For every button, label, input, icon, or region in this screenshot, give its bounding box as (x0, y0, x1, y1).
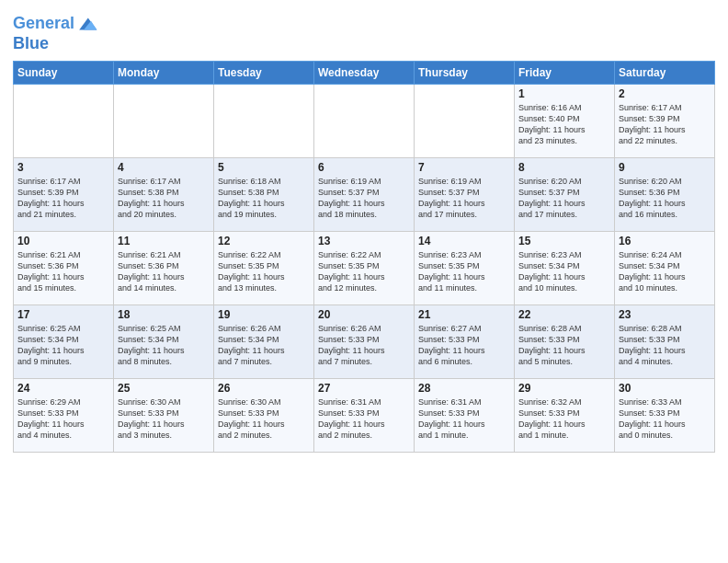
calendar-day-23: 23Sunrise: 6:28 AM Sunset: 5:33 PM Dayli… (615, 304, 715, 378)
calendar-day-11: 11Sunrise: 6:21 AM Sunset: 5:36 PM Dayli… (114, 231, 214, 304)
day-info: Sunrise: 6:29 AM Sunset: 5:33 PM Dayligh… (17, 396, 109, 442)
calendar-day-4: 4Sunrise: 6:17 AM Sunset: 5:38 PM Daylig… (114, 157, 214, 231)
day-info: Sunrise: 6:26 AM Sunset: 5:34 PM Dayligh… (218, 323, 310, 368)
day-number: 4 (118, 161, 210, 174)
day-info: Sunrise: 6:20 AM Sunset: 5:37 PM Dayligh… (518, 176, 610, 221)
day-info: Sunrise: 6:26 AM Sunset: 5:33 PM Dayligh… (318, 323, 410, 368)
day-info: Sunrise: 6:17 AM Sunset: 5:39 PM Dayligh… (619, 102, 711, 147)
calendar-day-17: 17Sunrise: 6:25 AM Sunset: 5:34 PM Dayli… (14, 304, 114, 378)
day-info: Sunrise: 6:28 AM Sunset: 5:33 PM Dayligh… (518, 323, 610, 368)
day-number: 30 (619, 382, 711, 395)
day-number: 27 (318, 382, 410, 395)
day-info: Sunrise: 6:16 AM Sunset: 5:40 PM Dayligh… (518, 102, 610, 147)
day-info: Sunrise: 6:33 AM Sunset: 5:33 PM Dayligh… (619, 396, 711, 442)
day-info: Sunrise: 6:24 AM Sunset: 5:34 PM Dayligh… (619, 249, 711, 294)
calendar-day-29: 29Sunrise: 6:32 AM Sunset: 5:33 PM Dayli… (515, 378, 615, 452)
calendar-day-28: 28Sunrise: 6:31 AM Sunset: 5:33 PM Dayli… (415, 378, 515, 452)
header: General Blue (13, 9, 715, 53)
calendar-day-empty (14, 84, 114, 157)
calendar-day-5: 5Sunrise: 6:18 AM Sunset: 5:38 PM Daylig… (214, 157, 314, 231)
calendar-day-25: 25Sunrise: 6:30 AM Sunset: 5:33 PM Dayli… (114, 378, 214, 452)
calendar-table: SundayMondayTuesdayWednesdayThursdayFrid… (13, 61, 715, 453)
calendar-day-3: 3Sunrise: 6:17 AM Sunset: 5:39 PM Daylig… (14, 157, 114, 231)
day-info: Sunrise: 6:23 AM Sunset: 5:34 PM Dayligh… (518, 249, 610, 294)
day-info: Sunrise: 6:21 AM Sunset: 5:36 PM Dayligh… (17, 249, 109, 294)
calendar-day-15: 15Sunrise: 6:23 AM Sunset: 5:34 PM Dayli… (515, 231, 615, 304)
logo-text-blue: Blue (13, 35, 98, 53)
day-number: 3 (17, 161, 109, 174)
weekday-header-saturday: Saturday (615, 61, 715, 84)
day-number: 17 (17, 308, 109, 321)
calendar-day-empty (114, 84, 214, 157)
day-number: 20 (318, 308, 410, 321)
calendar-week-row: 10Sunrise: 6:21 AM Sunset: 5:36 PM Dayli… (14, 231, 715, 304)
calendar-day-22: 22Sunrise: 6:28 AM Sunset: 5:33 PM Dayli… (515, 304, 615, 378)
calendar-day-empty (214, 84, 314, 157)
calendar-day-24: 24Sunrise: 6:29 AM Sunset: 5:33 PM Dayli… (14, 378, 114, 452)
calendar-day-8: 8Sunrise: 6:20 AM Sunset: 5:37 PM Daylig… (515, 157, 615, 231)
calendar-day-empty (314, 84, 415, 157)
calendar-week-row: 1Sunrise: 6:16 AM Sunset: 5:40 PM Daylig… (14, 84, 715, 157)
calendar-day-7: 7Sunrise: 6:19 AM Sunset: 5:37 PM Daylig… (415, 157, 515, 231)
day-number: 23 (619, 308, 711, 321)
logo: General Blue (13, 13, 98, 53)
calendar-day-30: 30Sunrise: 6:33 AM Sunset: 5:33 PM Dayli… (615, 378, 715, 452)
day-info: Sunrise: 6:27 AM Sunset: 5:33 PM Dayligh… (418, 323, 510, 368)
calendar-day-21: 21Sunrise: 6:27 AM Sunset: 5:33 PM Dayli… (415, 304, 515, 378)
calendar-day-9: 9Sunrise: 6:20 AM Sunset: 5:36 PM Daylig… (615, 157, 715, 231)
weekday-header-sunday: Sunday (14, 61, 114, 84)
day-number: 25 (118, 382, 210, 395)
weekday-header-thursday: Thursday (415, 61, 515, 84)
calendar-day-empty (415, 84, 515, 157)
day-number: 10 (17, 235, 109, 247)
day-info: Sunrise: 6:22 AM Sunset: 5:35 PM Dayligh… (218, 249, 310, 294)
calendar-day-20: 20Sunrise: 6:26 AM Sunset: 5:33 PM Dayli… (314, 304, 415, 378)
calendar-day-6: 6Sunrise: 6:19 AM Sunset: 5:37 PM Daylig… (314, 157, 415, 231)
day-number: 28 (418, 382, 510, 395)
day-number: 1 (518, 87, 610, 100)
day-info: Sunrise: 6:17 AM Sunset: 5:38 PM Dayligh… (118, 176, 210, 221)
calendar-day-10: 10Sunrise: 6:21 AM Sunset: 5:36 PM Dayli… (14, 231, 114, 304)
day-number: 29 (518, 382, 610, 395)
calendar-day-27: 27Sunrise: 6:31 AM Sunset: 5:33 PM Dayli… (314, 378, 415, 452)
day-info: Sunrise: 6:17 AM Sunset: 5:39 PM Dayligh… (17, 176, 109, 221)
day-info: Sunrise: 6:19 AM Sunset: 5:37 PM Dayligh… (418, 176, 510, 221)
day-info: Sunrise: 6:22 AM Sunset: 5:35 PM Dayligh… (318, 249, 410, 294)
calendar-day-14: 14Sunrise: 6:23 AM Sunset: 5:35 PM Dayli… (415, 231, 515, 304)
calendar-day-18: 18Sunrise: 6:25 AM Sunset: 5:34 PM Dayli… (114, 304, 214, 378)
day-number: 13 (318, 235, 410, 247)
day-number: 14 (418, 235, 510, 247)
weekday-header-tuesday: Tuesday (214, 61, 314, 84)
calendar-day-19: 19Sunrise: 6:26 AM Sunset: 5:34 PM Dayli… (214, 304, 314, 378)
calendar-week-row: 3Sunrise: 6:17 AM Sunset: 5:39 PM Daylig… (14, 157, 715, 231)
day-number: 21 (418, 308, 510, 321)
calendar-header-row: SundayMondayTuesdayWednesdayThursdayFrid… (14, 61, 715, 84)
day-info: Sunrise: 6:18 AM Sunset: 5:38 PM Dayligh… (218, 176, 310, 221)
calendar-day-13: 13Sunrise: 6:22 AM Sunset: 5:35 PM Dayli… (314, 231, 415, 304)
day-info: Sunrise: 6:31 AM Sunset: 5:33 PM Dayligh… (418, 396, 510, 442)
day-number: 16 (619, 235, 711, 247)
day-number: 11 (118, 235, 210, 247)
day-info: Sunrise: 6:28 AM Sunset: 5:33 PM Dayligh… (619, 323, 711, 368)
logo-text: General (13, 15, 74, 33)
calendar-week-row: 24Sunrise: 6:29 AM Sunset: 5:33 PM Dayli… (14, 378, 715, 452)
day-number: 15 (518, 235, 610, 247)
calendar-day-26: 26Sunrise: 6:30 AM Sunset: 5:33 PM Dayli… (214, 378, 314, 452)
logo-icon (76, 13, 98, 35)
day-info: Sunrise: 6:19 AM Sunset: 5:37 PM Dayligh… (318, 176, 410, 221)
day-info: Sunrise: 6:20 AM Sunset: 5:36 PM Dayligh… (619, 176, 711, 221)
day-number: 5 (218, 161, 310, 174)
day-info: Sunrise: 6:23 AM Sunset: 5:35 PM Dayligh… (418, 249, 510, 294)
day-number: 2 (619, 87, 711, 100)
day-info: Sunrise: 6:30 AM Sunset: 5:33 PM Dayligh… (118, 396, 210, 442)
day-info: Sunrise: 6:30 AM Sunset: 5:33 PM Dayligh… (218, 396, 310, 442)
page-container: General Blue SundayMondayTuesdayWednesda… (0, 0, 728, 563)
day-info: Sunrise: 6:31 AM Sunset: 5:33 PM Dayligh… (318, 396, 410, 442)
day-info: Sunrise: 6:25 AM Sunset: 5:34 PM Dayligh… (17, 323, 109, 368)
day-info: Sunrise: 6:32 AM Sunset: 5:33 PM Dayligh… (518, 396, 610, 442)
day-number: 6 (318, 161, 410, 174)
day-number: 8 (518, 161, 610, 174)
day-info: Sunrise: 6:21 AM Sunset: 5:36 PM Dayligh… (118, 249, 210, 294)
weekday-header-monday: Monday (114, 61, 214, 84)
weekday-header-friday: Friday (515, 61, 615, 84)
